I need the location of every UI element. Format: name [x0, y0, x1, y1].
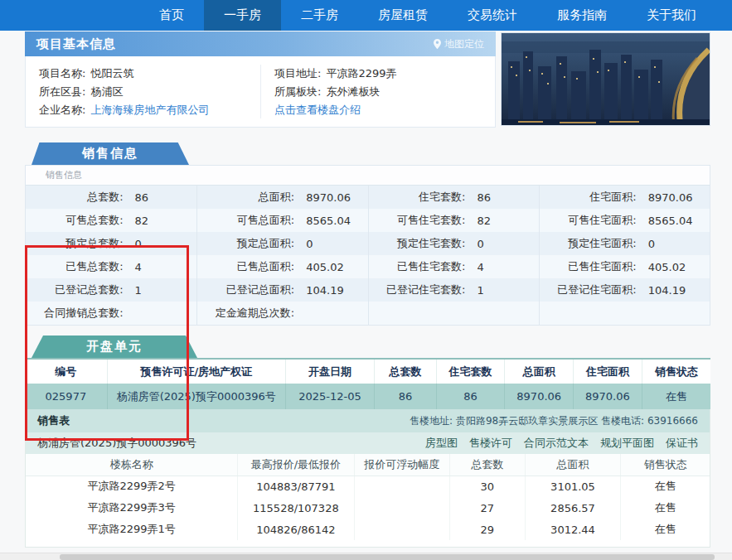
- opening-units-table: 编号 预售许可证/房地产权证 开盘日期 总套数 住宅套数 总面积 住宅面积 销售…: [25, 358, 710, 409]
- stat-value: 82: [465, 215, 491, 227]
- building-price: 104883/87791: [238, 476, 354, 497]
- stat-value: 0: [124, 238, 142, 250]
- panel-title: 项目基本信息: [36, 36, 116, 52]
- top-navigation: 首页 一手房 二手房 房屋租赁 交易统计 服务指南 关于我们: [0, 0, 732, 31]
- building-name[interactable]: 平凉路2299弄1号: [26, 519, 238, 540]
- col-header: 总套数: [375, 359, 436, 384]
- field-label: 项目地址:: [274, 67, 321, 80]
- stat-value: 8970.06: [294, 191, 351, 204]
- building-row[interactable]: 平凉路2299弄1号 104826/86142 29 3012.44 在售: [26, 519, 710, 540]
- col-header: 预售许可证/房地产权证: [107, 359, 285, 384]
- building-name[interactable]: 平凉路2299弄3号: [26, 497, 238, 519]
- building-price: 104826/86142: [238, 519, 354, 540]
- map-locate-label: 地图定位: [444, 37, 484, 51]
- building-status: 在售: [621, 476, 710, 497]
- project-district-value: 杨浦区: [90, 85, 123, 98]
- stat-value: 0: [294, 238, 313, 250]
- stat-value: 104.19: [294, 284, 344, 297]
- stat-label: 可售住宅套数:: [369, 213, 466, 228]
- stat-label: 已登记总套数:: [26, 282, 124, 297]
- col-header: 最高报价/最低报价: [238, 454, 354, 476]
- tab-sales-info[interactable]: 销售信息: [32, 142, 189, 165]
- unit-open-date: 2025-12-05: [285, 384, 375, 409]
- nav-item-second-hand[interactable]: 二手房: [281, 0, 358, 31]
- nav-item-rental[interactable]: 房屋租赁: [358, 0, 448, 31]
- link-planning-map[interactable]: 规划平面图: [600, 436, 654, 451]
- sales-table-title: 销售表: [37, 413, 70, 428]
- project-district-row: 所在区县:杨浦区: [39, 83, 247, 100]
- stat-label: 已登记总面积:: [197, 282, 294, 297]
- stat-value: 8565.04: [637, 215, 693, 227]
- stat-label: 预定总套数:: [26, 236, 124, 251]
- sales-info-row: 已售总套数:4 已售总面积:405.02 已售住宅套数:4 已售住宅面积:405…: [26, 255, 710, 278]
- stat-value: 4: [124, 261, 142, 273]
- col-header: 总面积: [525, 454, 621, 476]
- stat-label: 可售住宅面积:: [540, 213, 637, 228]
- stat-label: 已售总套数:: [26, 259, 124, 274]
- building-area: 3101.05: [525, 476, 621, 497]
- unit-total-count: 86: [375, 384, 436, 409]
- building-float: [354, 519, 450, 540]
- project-photo: [501, 32, 710, 126]
- nav-item-statistics[interactable]: 交易统计: [448, 0, 537, 31]
- stat-label: 已售住宅套数:: [369, 259, 466, 274]
- tab-opening-units[interactable]: 开盘单元: [32, 336, 197, 358]
- stat-value: 1: [124, 284, 142, 297]
- unit-sale-status: 在售: [642, 384, 710, 409]
- building-intro-link[interactable]: 点击查看楼盘介绍: [274, 104, 361, 116]
- map-pin-icon: [434, 39, 441, 49]
- building-status: 在售: [621, 519, 710, 540]
- col-header: 住宅套数: [436, 359, 505, 384]
- building-row[interactable]: 平凉路2299弄2号 104883/87791 30 3101.05 在售: [26, 476, 710, 497]
- nav-item-guide[interactable]: 服务指南: [537, 0, 627, 31]
- stat-label: 已登记住宅面积:: [540, 282, 637, 297]
- stat-value: 405.02: [637, 261, 686, 273]
- link-sales-permit[interactable]: 售楼许可: [469, 436, 512, 451]
- nav-item-about[interactable]: 关于我们: [627, 0, 716, 31]
- unit-license: 杨浦房管(2025)预字0000396号: [107, 384, 285, 409]
- nav-item-new-house[interactable]: 一手房: [204, 0, 281, 31]
- building-count: 27: [450, 497, 526, 519]
- license-number: 杨浦房管(2025)预字0000396号: [37, 436, 196, 451]
- stat-value: 0: [637, 238, 655, 250]
- project-name-row: 项目名称:悦阳云筑: [39, 65, 247, 82]
- buildings-header-row: 楼栋名称 最高报价/最低报价 报价可浮动幅度 总套数 总面积 销售状态: [26, 454, 710, 476]
- sales-info-sub-label: 销售信息: [26, 166, 710, 186]
- stat-label: 预定总面积:: [197, 236, 294, 251]
- stat-label: 住宅面积:: [540, 190, 637, 205]
- stat-label: 总套数:: [26, 190, 124, 205]
- project-company-row: 企业名称:上海海臻房地产有限公司: [39, 101, 247, 118]
- stat-label: 预定住宅面积:: [540, 236, 637, 251]
- stat-label: 定金逾期总次数:: [197, 306, 294, 321]
- document-links: 房型图 售楼许可 合同示范文本 规划平面图 保证书: [425, 436, 698, 451]
- units-data-row[interactable]: 025977 杨浦房管(2025)预字0000396号 2025-12-05 8…: [25, 384, 710, 409]
- stat-value: 4: [465, 261, 483, 273]
- map-locate-link[interactable]: 地图定位: [434, 37, 484, 51]
- unit-residential-area: 8970.06: [574, 384, 642, 409]
- link-contract-sample[interactable]: 合同示范文本: [524, 436, 589, 451]
- stat-value: 8970.06: [637, 191, 693, 204]
- project-basic-info-panel: 项目基本信息 地图定位 项目名称:悦阳云筑 所在区县:杨浦区: [25, 31, 710, 128]
- project-address-value: 平凉路2299弄: [326, 67, 396, 80]
- unit-total-area: 8970.06: [505, 384, 574, 409]
- link-floor-plan[interactable]: 房型图: [425, 436, 458, 451]
- col-header: 编号: [25, 359, 107, 384]
- buildings-table: 楼栋名称 最高报价/最低报价 报价可浮动幅度 总套数 总面积 销售状态 平凉路2…: [26, 454, 710, 540]
- col-header: 楼栋名称: [26, 454, 238, 476]
- building-name[interactable]: 平凉路2299弄2号: [26, 476, 238, 497]
- building-status: 在售: [621, 497, 710, 519]
- stat-value: 0: [465, 238, 483, 250]
- stat-label: 可售总面积:: [197, 213, 294, 228]
- building-price: 115528/107328: [238, 497, 354, 519]
- company-link[interactable]: 上海海臻房地产有限公司: [90, 104, 209, 116]
- nav-item-home[interactable]: 首页: [139, 0, 204, 31]
- link-guarantee[interactable]: 保证书: [666, 436, 698, 451]
- stat-label: 可售总套数:: [26, 213, 124, 228]
- scrollbar-thumb[interactable]: [60, 554, 715, 560]
- sales-info-row: 预定总套数:0 预定总面积:0 预定住宅套数:0 预定住宅面积:0: [26, 232, 710, 255]
- horizontal-scrollbar[interactable]: [0, 553, 732, 560]
- stat-label: 预定住宅套数:: [369, 236, 466, 251]
- building-row[interactable]: 平凉路2299弄3号 115528/107328 27 2856.57 在售: [26, 497, 710, 519]
- project-intro-row: 点击查看楼盘介绍: [274, 101, 482, 118]
- building-area: 2856.57: [525, 497, 621, 519]
